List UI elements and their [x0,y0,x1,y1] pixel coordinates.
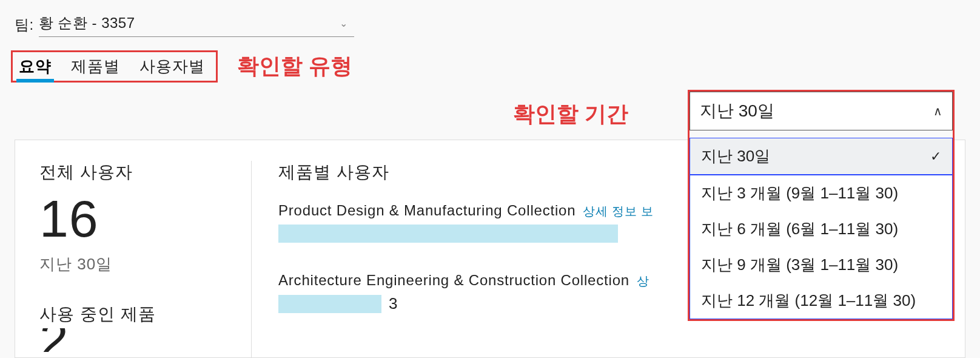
product-detail-link[interactable]: 상세 정보 보 [583,203,654,220]
team-select-value: 황 순환 - 3357 [39,13,340,33]
period-dropdown-container: 지난 30일 ∧ 지난 30일 ✓ 지난 3 개월 (9월 1–11월 30) … [688,90,955,321]
period-option-label: 지난 6 개월 (6월 1–11월 30) [701,218,941,240]
metric-products-value: 2 [39,328,234,352]
metric-total-users-title: 전체 사용자 [39,161,234,184]
product-usage-bar [278,225,618,243]
period-option-30d[interactable]: 지난 30일 ✓ [690,138,952,175]
product-name: Product Design & Manufacturing Collectio… [278,202,576,219]
product-detail-link[interactable]: 상 [637,273,649,289]
metric-total-users-value: 16 [39,189,234,249]
metric-total-users-sub: 지난 30일 [39,254,234,275]
tab-by-user[interactable]: 사용자별 [136,56,209,81]
topbar: 팀: 황 순환 - 3357 ⌄ [0,0,980,43]
period-option-9m[interactable]: 지난 9 개월 (3월 1–11월 30) [690,247,952,283]
product-usage-bar [278,295,381,313]
check-icon: ✓ [930,149,941,164]
period-option-label: 지난 30일 [701,146,930,167]
period-dropdown-list: 지난 30일 ✓ 지난 3 개월 (9월 1–11월 30) 지난 6 개월 (… [690,138,953,319]
period-option-label: 지난 3 개월 (9월 1–11월 30) [701,183,941,204]
annotation-period: 확인할 기간 [513,100,628,129]
period-option-3m[interactable]: 지난 3 개월 (9월 1–11월 30) [690,175,952,211]
metric-products-title: 사용 중인 제품 [39,303,234,326]
annotation-tabs: 확인할 유형 [237,52,352,81]
team-label: 팀: [15,15,34,35]
period-option-label: 지난 9 개월 (3월 1–11월 30) [701,254,941,275]
team-select[interactable]: 황 순환 - 3357 ⌄ [39,12,354,37]
tab-by-product[interactable]: 제품별 [67,56,124,81]
tabs-row: 요약 제품별 사용자별 확인할 유형 [0,50,980,83]
period-highlight: 지난 30일 ∧ 지난 30일 ✓ 지난 3 개월 (9월 1–11월 30) … [688,90,955,321]
chevron-down-icon: ⌄ [340,18,354,29]
period-dropdown[interactable]: 지난 30일 ∧ [690,92,953,130]
period-option-label: 지난 12 개월 (12월 1–11월 30) [701,290,941,311]
tab-summary[interactable]: 요약 [15,56,55,81]
chevron-up-icon: ∧ [933,104,942,118]
period-option-6m[interactable]: 지난 6 개월 (6월 1–11월 30) [690,211,952,247]
col-left: 전체 사용자 16 지난 30일 사용 중인 제품 2 [39,161,252,357]
period-option-12m[interactable]: 지난 12 개월 (12월 1–11월 30) [690,283,952,319]
product-count: 3 [389,294,397,313]
tabs-highlight: 요약 제품별 사용자별 [11,50,218,83]
period-selected-value: 지난 30일 [700,100,933,123]
product-name: Architecture Engineering & Construction … [278,272,629,289]
